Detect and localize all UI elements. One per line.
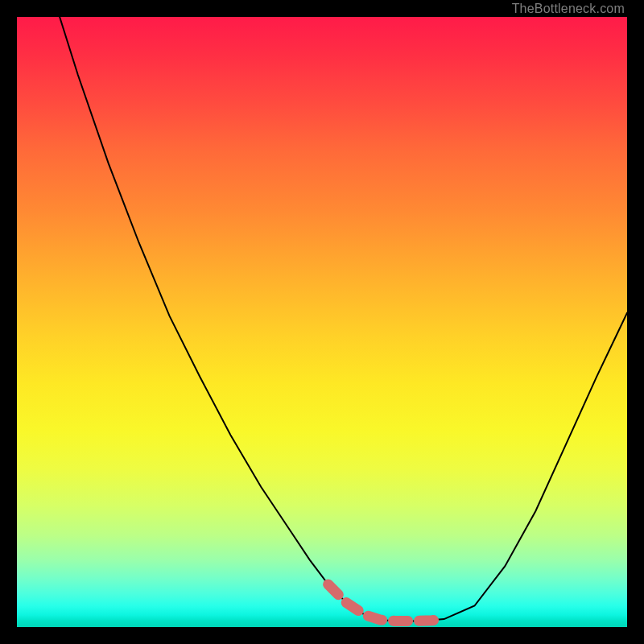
plot-area — [17, 17, 627, 627]
curve-layer — [17, 17, 627, 627]
chart-stage: TheBottleneck.com — [0, 0, 644, 644]
main-curve — [60, 17, 627, 621]
watermark-text: TheBottleneck.com — [512, 0, 625, 17]
highlight-segment — [328, 584, 444, 621]
